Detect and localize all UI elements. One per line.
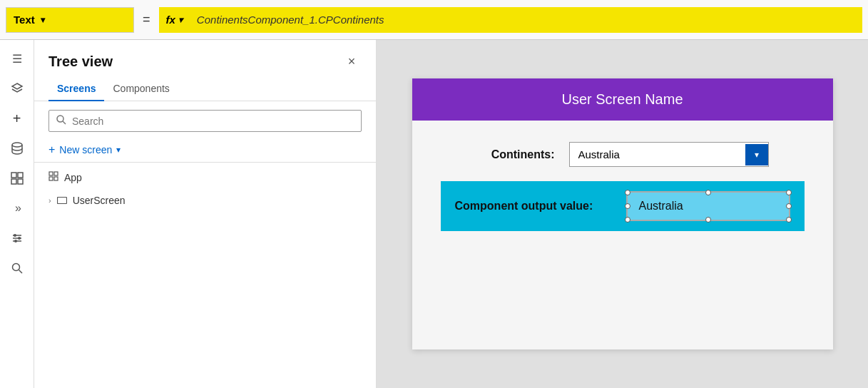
continents-label: Continents: bbox=[441, 148, 555, 161]
svg-point-11 bbox=[14, 240, 17, 242]
svg-rect-19 bbox=[54, 177, 58, 180]
formula-input[interactable]: ContinentsComponent_1.CPContinents bbox=[190, 7, 862, 33]
screen-header: User Screen Name bbox=[412, 78, 833, 121]
chevrons-right-icon[interactable]: » bbox=[4, 195, 30, 221]
tree-item-userscreen[interactable]: › UserScreen bbox=[34, 189, 376, 212]
select-arrow-icon: ▾ bbox=[745, 144, 768, 165]
formula-value: ContinentsComponent_1.CPContinents bbox=[197, 14, 384, 26]
chevron-right-icon: › bbox=[48, 196, 51, 205]
chevron-down-icon-fx: ▾ bbox=[178, 15, 183, 25]
app-canvas: User Screen Name Continents: Australia A… bbox=[412, 78, 833, 349]
handle-bottomleft[interactable] bbox=[625, 217, 630, 223]
formula-bar: Text ▾ = fx ▾ ContinentsComponent_1.CPCo… bbox=[0, 0, 868, 40]
continents-row: Continents: Australia Africa Asia Europe… bbox=[441, 142, 805, 167]
svg-rect-17 bbox=[54, 172, 58, 175]
layers-icon[interactable] bbox=[4, 76, 30, 101]
svg-point-12 bbox=[12, 264, 19, 271]
svg-point-9 bbox=[14, 234, 16, 237]
output-label: Component output value: bbox=[455, 200, 612, 213]
svg-line-13 bbox=[19, 270, 22, 274]
handle-bottomright[interactable] bbox=[786, 217, 792, 223]
handle-topmid[interactable] bbox=[705, 190, 711, 195]
chevron-down-icon: ▾ bbox=[41, 15, 45, 25]
components-icon[interactable] bbox=[4, 165, 30, 191]
svg-point-14 bbox=[57, 116, 63, 122]
screen-title: User Screen Name bbox=[561, 91, 683, 107]
svg-rect-18 bbox=[49, 177, 53, 180]
sliders-icon[interactable] bbox=[4, 225, 30, 251]
tab-screens[interactable]: Screens bbox=[48, 77, 104, 101]
search-input[interactable] bbox=[72, 116, 354, 127]
tree-view-title: Tree view bbox=[48, 53, 113, 70]
screen-body: Continents: Australia Africa Asia Europe… bbox=[412, 121, 833, 252]
formula-property-label: Text bbox=[14, 14, 35, 26]
handle-bottommid[interactable] bbox=[705, 217, 711, 223]
canvas-area: User Screen Name Continents: Australia A… bbox=[377, 40, 868, 388]
svg-rect-3 bbox=[18, 173, 23, 178]
icon-bar: ☰ + » bbox=[0, 40, 34, 388]
search-sidebar-icon[interactable] bbox=[4, 255, 30, 281]
svg-point-1 bbox=[12, 143, 22, 147]
tree-items: App › UserScreen bbox=[34, 163, 376, 388]
handle-topleft[interactable] bbox=[625, 190, 630, 195]
continents-select-wrapper: Australia Africa Asia Europe North Ameri… bbox=[569, 142, 769, 167]
tree-header: Tree view × bbox=[34, 40, 376, 77]
svg-rect-4 bbox=[11, 179, 16, 184]
main-layout: ☰ + » bbox=[0, 40, 868, 388]
svg-point-10 bbox=[18, 237, 21, 240]
svg-rect-20 bbox=[57, 198, 66, 204]
continents-select[interactable]: Australia Africa Asia Europe North Ameri… bbox=[570, 143, 745, 166]
tree-close-button[interactable]: × bbox=[342, 51, 362, 71]
plus-icon-small: + bbox=[48, 143, 55, 156]
search-icon bbox=[56, 115, 66, 127]
output-value: Australia bbox=[639, 200, 683, 212]
output-value-box[interactable]: Australia bbox=[626, 191, 790, 221]
tree-panel: Tree view × Screens Components + New scr… bbox=[34, 40, 377, 388]
formula-property[interactable]: Text ▾ bbox=[6, 7, 134, 33]
handle-midright[interactable] bbox=[786, 203, 792, 209]
search-box bbox=[48, 110, 362, 132]
svg-rect-16 bbox=[49, 172, 53, 175]
formula-equals: = bbox=[134, 12, 159, 27]
app-icon bbox=[48, 171, 58, 183]
svg-line-15 bbox=[63, 121, 66, 124]
handle-midleft[interactable] bbox=[625, 203, 630, 209]
tree-tabs: Screens Components bbox=[34, 77, 376, 101]
tab-components[interactable]: Components bbox=[104, 77, 178, 101]
plus-icon[interactable]: + bbox=[4, 106, 30, 131]
hamburger-icon[interactable]: ☰ bbox=[4, 46, 30, 71]
tree-item-app[interactable]: App bbox=[34, 165, 376, 189]
userscreen-item-label: UserScreen bbox=[73, 195, 126, 206]
database-icon[interactable] bbox=[4, 136, 30, 161]
formula-fx-box[interactable]: fx ▾ bbox=[159, 7, 190, 33]
chevron-down-icon-newscreen: ▾ bbox=[116, 145, 121, 155]
fx-label: fx bbox=[166, 14, 175, 26]
svg-marker-0 bbox=[12, 83, 22, 89]
handle-topright[interactable] bbox=[786, 190, 792, 195]
new-screen-button[interactable]: + New screen ▾ bbox=[34, 138, 376, 162]
svg-rect-5 bbox=[18, 179, 23, 184]
new-screen-label: New screen bbox=[59, 144, 112, 155]
screen-icon bbox=[57, 195, 67, 206]
svg-rect-2 bbox=[11, 173, 16, 178]
app-item-label: App bbox=[64, 172, 82, 183]
output-row: Component output value: Australia bbox=[441, 181, 805, 231]
